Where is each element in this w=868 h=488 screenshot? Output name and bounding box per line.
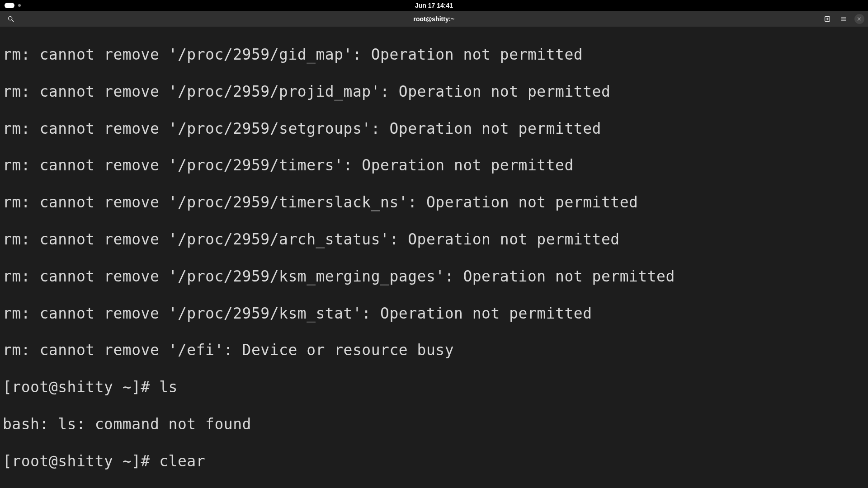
close-button[interactable] [854, 14, 864, 24]
search-button[interactable] [5, 14, 16, 24]
terminal-line: rm: cannot remove '/proc/2959/arch_statu… [3, 230, 865, 249]
activities-area[interactable] [5, 3, 21, 8]
terminal-line: rm: cannot remove '/proc/2959/ksm_mergin… [3, 267, 865, 286]
terminal-line: rm: cannot remove '/proc/2959/projid_map… [3, 83, 865, 101]
menu-button[interactable] [838, 14, 849, 24]
terminal-line: [root@shitty ~]# ls [3, 378, 865, 397]
activities-pill-icon [5, 3, 14, 8]
new-tab-icon [824, 15, 831, 23]
window-title: root@shitty:~ [413, 15, 454, 23]
svg-point-0 [9, 16, 12, 20]
hamburger-icon [840, 15, 847, 23]
terminal-line: [root@shitty ~]# clear [3, 452, 865, 471]
terminal-line: rm: cannot remove '/proc/2959/ksm_stat':… [3, 305, 865, 323]
new-tab-button[interactable] [822, 14, 833, 24]
workspace-dot-icon [18, 4, 21, 7]
terminal-line: rm: cannot remove '/proc/2959/setgroups'… [3, 120, 865, 138]
clock[interactable]: Jun 17 14:41 [415, 2, 453, 9]
terminal-line: bash: ls: command not found [3, 415, 865, 434]
close-icon [857, 16, 862, 22]
svg-line-1 [12, 20, 14, 22]
window-titlebar: root@shitty:~ [0, 11, 868, 27]
terminal-output[interactable]: rm: cannot remove '/proc/2959/gid_map': … [0, 27, 868, 488]
search-icon [7, 15, 14, 23]
terminal-line: rm: cannot remove '/proc/2959/timers': O… [3, 156, 865, 175]
terminal-line: rm: cannot remove '/proc/2959/timerslack… [3, 193, 865, 212]
terminal-line: rm: cannot remove '/efi': Device or reso… [3, 341, 865, 360]
gnome-topbar: Jun 17 14:41 [0, 0, 868, 11]
terminal-line: rm: cannot remove '/proc/2959/gid_map': … [3, 46, 865, 64]
